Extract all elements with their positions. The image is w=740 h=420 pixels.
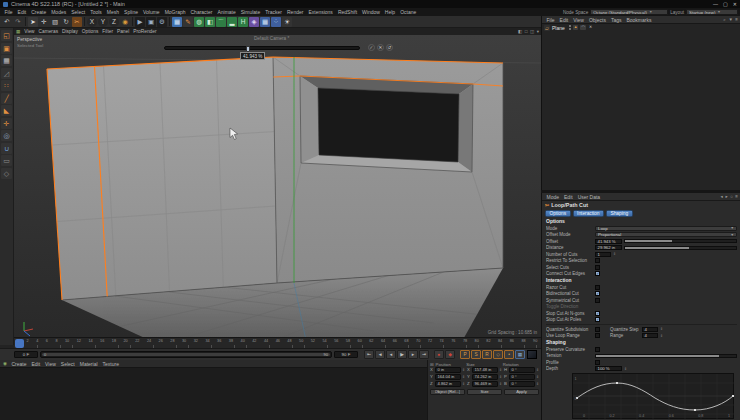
viewport-menu-item[interactable]: ProRender — [131, 29, 158, 34]
live-selection-icon[interactable]: ➤ — [28, 17, 38, 27]
size-y-field[interactable]: 74.262 in — [472, 374, 498, 380]
pane-toggle-icon[interactable]: ◧ — [518, 29, 522, 34]
om-menu-item[interactable]: File — [544, 17, 557, 23]
frame-range-slider[interactable]: 0 90 — [40, 351, 332, 359]
points-mode-icon[interactable]: ∷ — [1, 80, 12, 91]
previous-frame-button[interactable]: ◂ — [386, 350, 396, 359]
quantize-subdivision-checkbox[interactable] — [595, 327, 600, 332]
number-of-cuts-field[interactable]: 1 — [595, 252, 611, 257]
field-icon[interactable]: ◈ — [249, 17, 259, 27]
menu-item[interactable]: Select — [69, 9, 88, 15]
scale-icon[interactable]: ▧ — [50, 17, 60, 27]
menu-item[interactable]: File — [2, 9, 15, 15]
tab-options[interactable]: Options — [545, 210, 571, 217]
maximize-button[interactable]: ▢ — [723, 1, 728, 7]
stepper-icon[interactable]: ⇕ — [499, 382, 502, 386]
active-tool-loop-cut-icon[interactable]: ✂ — [72, 17, 82, 27]
stepper-icon[interactable]: ⇕ — [536, 368, 539, 372]
render-settings-icon[interactable]: ⚙ — [157, 17, 167, 27]
menu-item[interactable]: Create — [29, 9, 49, 15]
edges-mode-icon[interactable]: ╱ — [1, 93, 12, 104]
render-preview-thumbnail[interactable] — [527, 350, 537, 359]
keyframe-selection-button[interactable]: ▦ — [515, 350, 525, 359]
light-icon[interactable]: ☀ — [282, 17, 292, 27]
stepper-icon[interactable]: ⇕ — [624, 367, 627, 371]
profile-spline-graph[interactable]: 10 00.20.40.60.81 — [572, 373, 734, 419]
workplane-icon[interactable]: ▭ — [1, 155, 12, 166]
menu-item[interactable]: Tracker — [263, 9, 285, 15]
viewport-menu-item[interactable]: Cameras — [37, 29, 60, 34]
node-space-dropdown[interactable]: Octane (Standard/Physical)▼ — [590, 9, 668, 15]
render-view-icon[interactable]: ▶ — [135, 17, 145, 27]
key-scale-button[interactable]: S — [471, 350, 481, 359]
goto-end-button[interactable]: ⇥ — [419, 350, 429, 359]
loopcut-confirm-button[interactable]: ✓ — [368, 44, 375, 51]
pos-z-field[interactable]: 4.862 in — [435, 381, 461, 387]
cloner-icon[interactable]: ▦ — [260, 17, 270, 27]
viewport-menu-item[interactable]: View — [22, 29, 36, 34]
bidirectional-cut-checkbox[interactable]: ✓ — [595, 291, 600, 296]
stepper-icon[interactable]: ⇕ — [462, 382, 465, 386]
play-button[interactable]: ▶ — [397, 350, 407, 359]
coord-size-dropdown[interactable]: Size — [467, 389, 502, 395]
current-frame-field[interactable]: 0 F — [14, 351, 38, 359]
menu-item[interactable]: MoGraph — [162, 9, 188, 15]
pane-quad-icon[interactable]: ◫ — [530, 29, 534, 34]
menu-item[interactable]: Tools — [88, 9, 105, 15]
texture-mode-icon[interactable]: ▦ — [1, 55, 12, 66]
material-menu-item[interactable]: Edit — [29, 361, 43, 367]
material-menu-item[interactable]: View — [43, 361, 59, 367]
add-spline-pen-icon[interactable]: ✎ — [183, 17, 193, 27]
distance-slider[interactable] — [624, 246, 737, 250]
viewport-menu-item[interactable]: Panel — [115, 29, 131, 34]
layout-dropdown[interactable]: Startup (new)▼ — [686, 9, 738, 15]
redo-icon[interactable]: ↷ — [13, 17, 23, 27]
razor-cut-checkbox[interactable] — [595, 285, 600, 290]
select-cuts-checkbox[interactable] — [595, 265, 600, 270]
menu-item[interactable]: Octane — [398, 9, 419, 15]
previous-key-button[interactable]: ◄ — [375, 350, 385, 359]
stepper-icon[interactable]: ⇕ — [462, 368, 465, 372]
rot-p-field[interactable]: 0 ° — [509, 374, 535, 380]
viewport-menu-item[interactable]: Options — [80, 29, 101, 34]
bend-deformer-icon[interactable]: ⌒ — [216, 17, 226, 27]
lock-x-axis-icon[interactable]: X — [87, 17, 97, 27]
timeline-ruler[interactable]: 0246810121416182022242628303234363840424… — [14, 337, 541, 348]
menu-item[interactable]: Window — [360, 9, 383, 15]
window-opening[interactable] — [300, 76, 473, 172]
tab-shaping[interactable]: Shaping — [606, 210, 633, 217]
material-menu-item[interactable]: Texture — [100, 361, 121, 367]
toggle-direction-button[interactable]: Toggle Direction — [546, 304, 593, 309]
stepper-icon[interactable]: ⇕ — [499, 368, 502, 372]
polygons-mode-icon[interactable]: ◣ — [1, 105, 12, 116]
stepper-icon[interactable]: ⇕ — [536, 382, 539, 386]
render-picture-viewer-icon[interactable]: ▣ — [146, 17, 156, 27]
om-menu-item[interactable]: View — [571, 17, 587, 23]
menu-item[interactable]: Help — [382, 9, 397, 15]
profile-checkbox[interactable] — [595, 360, 600, 365]
loopcut-reset-button[interactable]: ↺ — [386, 44, 393, 51]
offset-slider[interactable] — [624, 239, 737, 243]
visibility-toggles[interactable] — [569, 25, 571, 30]
delete-tag-icon[interactable]: ✕ — [588, 25, 594, 31]
material-menu-item[interactable]: Material — [77, 361, 100, 367]
add-cube-icon[interactable]: ▦ — [172, 17, 182, 27]
rot-b-field[interactable]: 0 ° — [509, 381, 535, 387]
depth-field[interactable]: 100 % — [595, 366, 622, 371]
minimize-button[interactable]: — — [713, 1, 718, 7]
lock-z-axis-icon[interactable]: Z — [109, 17, 119, 27]
stop-cut-ngons-checkbox[interactable]: ✓ — [595, 311, 600, 316]
tension-slider[interactable] — [595, 354, 737, 358]
viewport-menu-item[interactable]: Filter — [100, 29, 115, 34]
object-row-plane[interactable]: ▱ Plane ▲ ◠ ✕ — [542, 24, 740, 31]
am-lock-icon[interactable]: ○ — [730, 194, 733, 199]
stepper-icon[interactable]: ⇕ — [660, 327, 663, 331]
menu-item[interactable]: Render — [285, 9, 306, 15]
record-button[interactable]: ● — [434, 350, 444, 359]
floor-icon[interactable]: ▂ — [227, 17, 237, 27]
pane-menu-icon[interactable]: ▾ — [537, 29, 539, 34]
pos-y-field[interactable]: 164.04 in — [435, 374, 461, 380]
hud-camera-label[interactable]: Default Camera * — [254, 36, 289, 41]
spline-curve[interactable] — [577, 383, 733, 410]
om-menu-item[interactable]: Bookmarks — [624, 17, 654, 23]
